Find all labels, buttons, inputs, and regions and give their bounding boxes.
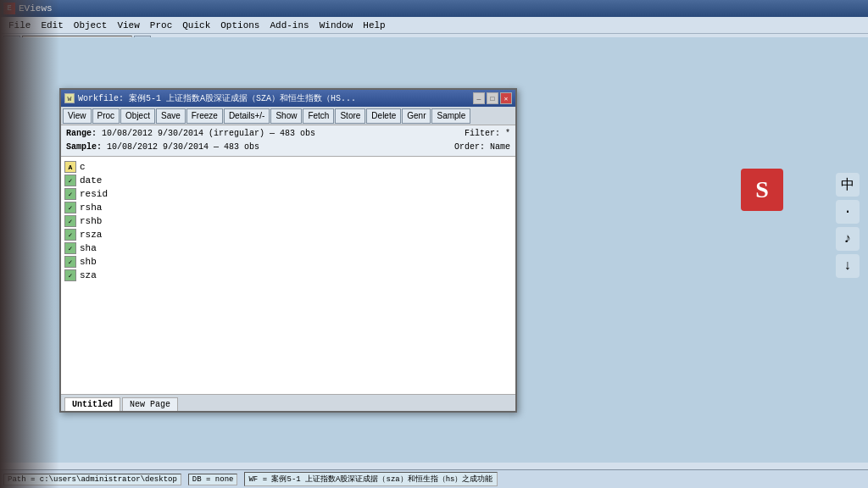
minimize-button[interactable]: —	[473, 92, 485, 104]
list-item[interactable]: ✓ shb	[64, 255, 512, 269]
var-icon-rsza: ✓	[64, 229, 76, 241]
status-bar: Path = c:\users\administrator\desktop DB…	[0, 469, 868, 488]
menu-help[interactable]: Help	[358, 19, 390, 32]
var-name-c: c	[80, 162, 86, 172]
var-icon-rshb: ✓	[64, 215, 76, 227]
menu-bar: File Edit Object View Proc Quick Options…	[0, 17, 868, 34]
close-button[interactable]: ✕	[500, 92, 512, 104]
var-icon-resid: ✓	[64, 188, 76, 200]
workfile-window: W Workfile: 案例5-1 上证指数A股深证成据（SZA）和恒生指数（H…	[59, 88, 517, 413]
var-name-sza: sza	[80, 270, 97, 280]
workfile-window-controls: — □ ✕	[473, 92, 512, 104]
tray-icon-download[interactable]: ↓	[836, 254, 860, 278]
menu-quick[interactable]: Quick	[177, 19, 215, 32]
variable-list: A c ✓ date ✓ resid ✓ rsha ✓ rshb	[61, 157, 515, 394]
menu-window[interactable]: Window	[314, 19, 359, 32]
status-db: DB = none	[188, 474, 238, 485]
hand-shadow	[0, 0, 59, 488]
var-name-rshb: rshb	[80, 216, 102, 226]
wf-view-btn[interactable]: View	[63, 108, 92, 124]
wf-freeze-btn[interactable]: Freeze	[186, 108, 223, 124]
list-item[interactable]: ✓ rsha	[64, 201, 512, 214]
workfile-toolbar: View Proc Object Save Freeze Details+/- …	[61, 107, 515, 125]
eviews-window: E EViews File Edit Object View Proc Quic…	[0, 0, 868, 488]
title-bar: E EViews	[0, 0, 868, 17]
wf-proc-btn[interactable]: Proc	[92, 108, 120, 124]
order-text: Order: Name	[454, 141, 510, 154]
tray-icon-chinese[interactable]: 中	[836, 173, 860, 197]
wf-object-btn[interactable]: Object	[120, 108, 155, 124]
list-item[interactable]: ✓ sha	[64, 241, 512, 255]
list-item[interactable]: ✓ sza	[64, 269, 512, 282]
wf-show-btn[interactable]: Show	[270, 108, 302, 124]
wf-store-btn[interactable]: Store	[335, 108, 365, 124]
menu-object[interactable]: Object	[69, 19, 113, 32]
wf-delete-btn[interactable]: Delete	[366, 108, 401, 124]
var-icon-sha: ✓	[64, 242, 76, 254]
wf-fetch-btn[interactable]: Fetch	[303, 108, 334, 124]
range-text: Range: 10/08/2012 9/30/2014 (irregular) …	[66, 127, 315, 141]
var-icon-sza: ✓	[64, 269, 76, 281]
tray-icon-sound[interactable]: ♪	[836, 227, 860, 251]
wf-sample-btn[interactable]: Sample	[431, 108, 470, 124]
var-name-rsza: rsza	[80, 230, 102, 240]
list-item[interactable]: ✓ rshb	[64, 214, 512, 228]
wf-details-btn[interactable]: Details+/-	[224, 108, 270, 124]
workfile-icon: W	[64, 93, 75, 103]
workfile-title-bar: W Workfile: 案例5-1 上证指数A股深证成据（SZA）和恒生指数（H…	[61, 90, 515, 107]
sample-text: Sample: 10/08/2012 9/30/2014 — 483 obs	[66, 141, 259, 154]
tab-new-page[interactable]: New Page	[122, 397, 178, 411]
list-item[interactable]: ✓ resid	[64, 187, 512, 201]
menu-addins[interactable]: Add-ins	[264, 19, 314, 32]
range-info: Range: 10/08/2012 9/30/2014 (irregular) …	[61, 125, 515, 157]
var-name-shb: shb	[80, 257, 97, 267]
menu-proc[interactable]: Proc	[145, 19, 177, 32]
bottom-tabs: Untitled New Page	[61, 394, 515, 411]
var-icon-date: ✓	[64, 175, 76, 186]
maximize-button[interactable]: □	[487, 92, 498, 104]
var-icon-rsha: ✓	[64, 202, 76, 214]
main-area: W Workfile: 案例5-1 上证指数A股深证成据（SZA）和恒生指数（H…	[0, 37, 868, 463]
wf-genr-btn[interactable]: Genr	[402, 108, 431, 124]
var-icon-shb: ✓	[64, 256, 76, 268]
var-name-resid: resid	[80, 189, 108, 199]
menu-options[interactable]: Options	[215, 19, 264, 32]
menu-view[interactable]: View	[112, 19, 144, 32]
filter-text: Filter: *	[465, 127, 510, 141]
workfile-title-text: Workfile: 案例5-1 上证指数A股深证成据（SZA）和恒生指数（HS.…	[78, 92, 356, 104]
tab-untitled[interactable]: Untitled	[64, 397, 120, 411]
list-item[interactable]: ✓ rsza	[64, 228, 512, 241]
s-logo: S	[741, 169, 783, 211]
tray-icon-dot[interactable]: ·	[836, 200, 860, 224]
system-tray: 中 · ♪ ↓	[836, 173, 860, 278]
var-name-date: date	[80, 175, 102, 186]
var-name-rsha: rsha	[80, 202, 102, 213]
list-item[interactable]: A c	[64, 160, 512, 174]
var-name-sha: sha	[80, 243, 97, 253]
wf-save-btn[interactable]: Save	[156, 108, 186, 124]
var-icon-c: A	[64, 161, 76, 173]
list-item[interactable]: ✓ date	[64, 174, 512, 187]
status-wf: WF = 案例5-1 上证指数A股深证成据（sza）和恒生指（hs）之成功能	[244, 472, 497, 486]
